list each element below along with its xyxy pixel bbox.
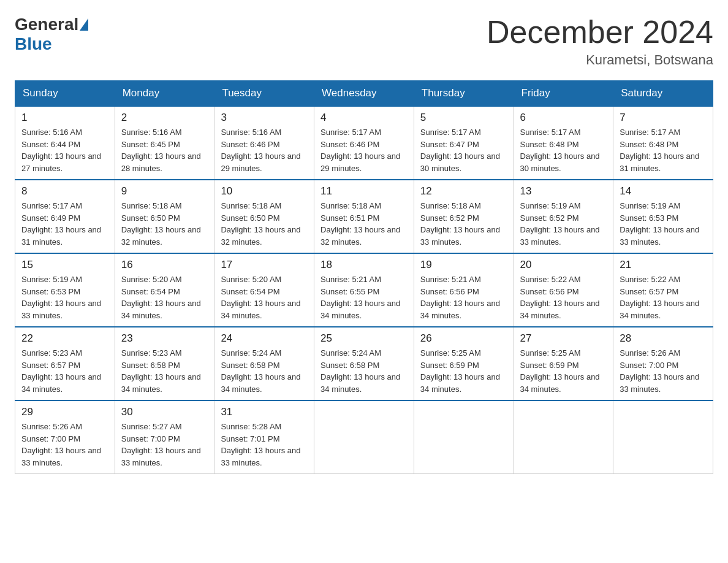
day-info: Sunrise: 5:19 AMSunset: 6:52 PMDaylight:… <box>520 200 607 248</box>
day-info: Sunrise: 5:24 AMSunset: 6:58 PMDaylight:… <box>221 347 308 395</box>
day-info: Sunrise: 5:19 AMSunset: 6:53 PMDaylight:… <box>620 200 707 248</box>
table-row: 22Sunrise: 5:23 AMSunset: 6:57 PMDayligh… <box>15 327 713 400</box>
table-row: 29Sunrise: 5:26 AMSunset: 7:00 PMDayligh… <box>15 400 713 474</box>
day-info: Sunrise: 5:26 AMSunset: 7:00 PMDaylight:… <box>21 421 108 469</box>
list-item: 23Sunrise: 5:23 AMSunset: 6:58 PMDayligh… <box>115 327 214 400</box>
list-item: 26Sunrise: 5:25 AMSunset: 6:59 PMDayligh… <box>414 327 514 400</box>
day-number: 18 <box>320 259 408 271</box>
table-row: 8Sunrise: 5:17 AMSunset: 6:49 PMDaylight… <box>15 180 713 253</box>
day-number: 15 <box>21 259 108 271</box>
calendar-table: Sunday Monday Tuesday Wednesday Thursday… <box>15 80 713 474</box>
list-item: 6Sunrise: 5:17 AMSunset: 6:48 PMDaylight… <box>514 106 613 180</box>
day-info: Sunrise: 5:21 AMSunset: 6:56 PMDaylight:… <box>420 274 507 321</box>
list-item: 27Sunrise: 5:25 AMSunset: 6:59 PMDayligh… <box>514 327 613 400</box>
logo: General Blue <box>15 15 89 54</box>
list-item: 15Sunrise: 5:19 AMSunset: 6:53 PMDayligh… <box>15 253 115 327</box>
month-year-title: December 2024 <box>487 15 713 50</box>
list-item: 18Sunrise: 5:21 AMSunset: 6:55 PMDayligh… <box>314 253 414 327</box>
day-number: 28 <box>620 332 707 345</box>
day-number: 17 <box>221 259 308 271</box>
day-info: Sunrise: 5:18 AMSunset: 6:52 PMDaylight:… <box>420 200 507 248</box>
day-info: Sunrise: 5:17 AMSunset: 6:48 PMDaylight:… <box>620 126 707 174</box>
day-number: 23 <box>121 332 208 345</box>
col-saturday: Saturday <box>613 81 713 107</box>
list-item <box>314 400 414 474</box>
day-number: 24 <box>221 332 308 345</box>
day-info: Sunrise: 5:17 AMSunset: 6:46 PMDaylight:… <box>320 126 408 174</box>
day-number: 2 <box>121 112 208 124</box>
day-info: Sunrise: 5:28 AMSunset: 7:01 PMDaylight:… <box>221 421 308 469</box>
day-number: 6 <box>520 112 607 124</box>
day-number: 26 <box>420 332 507 345</box>
day-number: 16 <box>121 259 208 271</box>
day-number: 31 <box>221 406 308 418</box>
day-number: 10 <box>221 185 308 197</box>
calendar-header-row: Sunday Monday Tuesday Wednesday Thursday… <box>15 81 713 107</box>
col-tuesday: Tuesday <box>214 81 314 107</box>
day-number: 22 <box>21 332 108 345</box>
table-row: 15Sunrise: 5:19 AMSunset: 6:53 PMDayligh… <box>15 253 713 327</box>
list-item: 17Sunrise: 5:20 AMSunset: 6:54 PMDayligh… <box>214 253 314 327</box>
location-subtitle: Kurametsi, Botswana <box>487 52 713 68</box>
day-number: 30 <box>121 406 208 418</box>
day-number: 4 <box>320 112 408 124</box>
day-info: Sunrise: 5:16 AMSunset: 6:44 PMDaylight:… <box>21 126 108 174</box>
col-sunday: Sunday <box>15 81 115 107</box>
list-item: 28Sunrise: 5:26 AMSunset: 7:00 PMDayligh… <box>613 327 713 400</box>
list-item: 2Sunrise: 5:16 AMSunset: 6:45 PMDaylight… <box>115 106 214 180</box>
title-area: December 2024 Kurametsi, Botswana <box>487 15 713 68</box>
day-number: 21 <box>620 259 707 271</box>
list-item: 19Sunrise: 5:21 AMSunset: 6:56 PMDayligh… <box>414 253 514 327</box>
day-info: Sunrise: 5:20 AMSunset: 6:54 PMDaylight:… <box>221 274 308 321</box>
day-number: 1 <box>21 112 108 124</box>
list-item: 29Sunrise: 5:26 AMSunset: 7:00 PMDayligh… <box>15 400 115 474</box>
day-info: Sunrise: 5:17 AMSunset: 6:48 PMDaylight:… <box>520 126 607 174</box>
day-info: Sunrise: 5:26 AMSunset: 7:00 PMDaylight:… <box>620 347 707 395</box>
day-number: 5 <box>420 112 507 124</box>
list-item: 22Sunrise: 5:23 AMSunset: 6:57 PMDayligh… <box>15 327 115 400</box>
list-item: 11Sunrise: 5:18 AMSunset: 6:51 PMDayligh… <box>314 180 414 253</box>
col-monday: Monday <box>115 81 214 107</box>
day-info: Sunrise: 5:22 AMSunset: 6:57 PMDaylight:… <box>620 274 707 321</box>
day-number: 13 <box>520 185 607 197</box>
list-item <box>514 400 613 474</box>
day-info: Sunrise: 5:25 AMSunset: 6:59 PMDaylight:… <box>520 347 607 395</box>
day-info: Sunrise: 5:18 AMSunset: 6:51 PMDaylight:… <box>320 200 408 248</box>
day-info: Sunrise: 5:18 AMSunset: 6:50 PMDaylight:… <box>121 200 208 248</box>
day-info: Sunrise: 5:17 AMSunset: 6:47 PMDaylight:… <box>420 126 507 174</box>
list-item: 14Sunrise: 5:19 AMSunset: 6:53 PMDayligh… <box>613 180 713 253</box>
day-info: Sunrise: 5:20 AMSunset: 6:54 PMDaylight:… <box>121 274 208 321</box>
list-item <box>414 400 514 474</box>
day-info: Sunrise: 5:24 AMSunset: 6:58 PMDaylight:… <box>320 347 408 395</box>
day-number: 20 <box>520 259 607 271</box>
list-item: 24Sunrise: 5:24 AMSunset: 6:58 PMDayligh… <box>214 327 314 400</box>
day-number: 3 <box>221 112 308 124</box>
day-info: Sunrise: 5:25 AMSunset: 6:59 PMDaylight:… <box>420 347 507 395</box>
list-item: 20Sunrise: 5:22 AMSunset: 6:56 PMDayligh… <box>514 253 613 327</box>
day-number: 11 <box>320 185 408 197</box>
day-info: Sunrise: 5:21 AMSunset: 6:55 PMDaylight:… <box>320 274 408 321</box>
list-item: 3Sunrise: 5:16 AMSunset: 6:46 PMDaylight… <box>214 106 314 180</box>
day-info: Sunrise: 5:16 AMSunset: 6:46 PMDaylight:… <box>221 126 308 174</box>
list-item: 7Sunrise: 5:17 AMSunset: 6:48 PMDaylight… <box>613 106 713 180</box>
day-info: Sunrise: 5:22 AMSunset: 6:56 PMDaylight:… <box>520 274 607 321</box>
list-item: 16Sunrise: 5:20 AMSunset: 6:54 PMDayligh… <box>115 253 214 327</box>
day-number: 27 <box>520 332 607 345</box>
logo-triangle-icon <box>80 18 88 31</box>
list-item: 10Sunrise: 5:18 AMSunset: 6:50 PMDayligh… <box>214 180 314 253</box>
list-item: 12Sunrise: 5:18 AMSunset: 6:52 PMDayligh… <box>414 180 514 253</box>
day-number: 9 <box>121 185 208 197</box>
table-row: 1Sunrise: 5:16 AMSunset: 6:44 PMDaylight… <box>15 106 713 180</box>
list-item: 9Sunrise: 5:18 AMSunset: 6:50 PMDaylight… <box>115 180 214 253</box>
day-number: 7 <box>620 112 707 124</box>
col-friday: Friday <box>514 81 613 107</box>
day-info: Sunrise: 5:23 AMSunset: 6:58 PMDaylight:… <box>121 347 208 395</box>
col-wednesday: Wednesday <box>314 81 414 107</box>
day-number: 8 <box>21 185 108 197</box>
list-item: 13Sunrise: 5:19 AMSunset: 6:52 PMDayligh… <box>514 180 613 253</box>
day-info: Sunrise: 5:19 AMSunset: 6:53 PMDaylight:… <box>21 274 108 321</box>
col-thursday: Thursday <box>414 81 514 107</box>
day-number: 19 <box>420 259 507 271</box>
list-item: 4Sunrise: 5:17 AMSunset: 6:46 PMDaylight… <box>314 106 414 180</box>
day-number: 29 <box>21 406 108 418</box>
